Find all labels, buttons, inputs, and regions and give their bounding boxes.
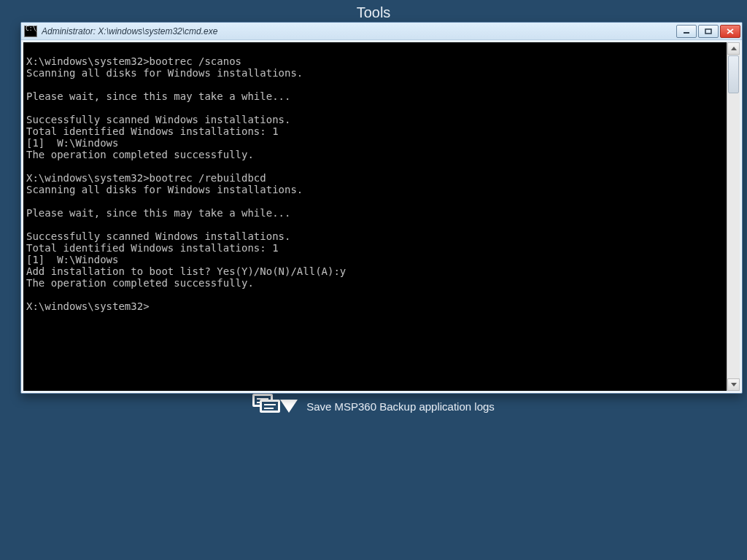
save-logs-row[interactable]: Save MSP360 Backup application logs bbox=[0, 394, 747, 419]
desktop: Tools Save MSP360 Backup application log… bbox=[0, 0, 747, 560]
maximize-icon bbox=[705, 28, 712, 34]
close-button[interactable] bbox=[720, 25, 740, 38]
chevron-down-icon bbox=[731, 383, 737, 386]
chevron-up-icon bbox=[731, 47, 737, 50]
cmd-app-icon bbox=[24, 26, 37, 37]
scroll-down-button[interactable] bbox=[727, 378, 740, 391]
close-icon bbox=[727, 28, 734, 34]
window-title: Administrator: X:\windows\system32\cmd.e… bbox=[42, 26, 676, 36]
scroll-up-button[interactable] bbox=[727, 42, 740, 55]
maximize-button[interactable] bbox=[698, 25, 719, 38]
client-area: X:\windows\system32>bootrec /scanos Scan… bbox=[23, 42, 740, 391]
vertical-scrollbar[interactable] bbox=[727, 42, 740, 391]
save-logs-label: Save MSP360 Backup application logs bbox=[306, 400, 495, 413]
logs-download-icon bbox=[252, 394, 296, 419]
terminal-output[interactable]: X:\windows\system32>bootrec /scanos Scan… bbox=[23, 52, 727, 381]
minimize-icon bbox=[683, 28, 690, 34]
background-section-title: Tools bbox=[0, 4, 747, 21]
window-buttons bbox=[676, 25, 740, 38]
titlebar[interactable]: Administrator: X:\windows\system32\cmd.e… bbox=[21, 23, 742, 40]
cmd-window: Administrator: X:\windows\system32\cmd.e… bbox=[20, 22, 743, 394]
scroll-thumb[interactable] bbox=[728, 55, 739, 93]
svg-rect-1 bbox=[705, 29, 711, 34]
svg-rect-0 bbox=[684, 32, 689, 34]
minimize-button[interactable] bbox=[676, 25, 697, 38]
